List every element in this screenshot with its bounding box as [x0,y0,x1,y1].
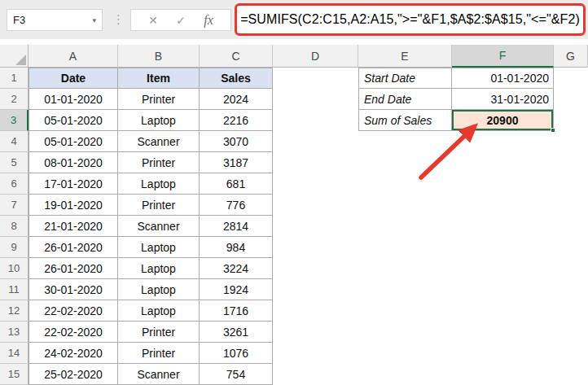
cell-A6[interactable]: 17-01-2020 [29,173,118,195]
cell-G6[interactable] [554,173,588,195]
cell-E3[interactable]: Sum of Sales [358,110,452,131]
row-header-6[interactable]: 6 [0,173,29,195]
cell-G3[interactable] [554,110,588,131]
row-header-1[interactable]: 1 [0,68,29,89]
row-header-5[interactable]: 5 [0,152,29,173]
cell-D3[interactable] [273,110,358,131]
cell-B15[interactable]: Scanner [118,364,200,385]
col-header-G[interactable]: G [554,45,588,68]
col-header-E[interactable]: E [358,45,452,68]
cell-A10[interactable]: 26-01-2020 [29,258,118,279]
select-all-button[interactable] [0,45,29,68]
cell-D6[interactable] [273,173,358,195]
cell-D15[interactable] [273,364,358,385]
cell-F11[interactable] [452,279,554,300]
cell-G2[interactable] [554,89,588,110]
cell-C5[interactable]: 3187 [200,152,273,173]
cell-D9[interactable] [273,237,358,258]
row-header-4[interactable]: 4 [0,131,29,152]
cancel-icon[interactable]: ✕ [148,14,158,27]
cell-C11[interactable]: 1924 [200,279,273,300]
cell-A4[interactable]: 05-01-2020 [29,131,118,152]
cell-B4[interactable]: Scanner [118,131,200,152]
name-box-value[interactable]: F3 [13,14,92,26]
row-header-9[interactable]: 9 [0,237,29,258]
cell-E2[interactable]: End Date [358,89,452,110]
cell-G4[interactable] [554,131,588,152]
cell-F10[interactable] [452,258,554,279]
cell-D10[interactable] [273,258,358,279]
cell-B3[interactable]: Laptop [118,110,200,131]
cell-E12[interactable] [358,300,452,322]
name-box-dropdown-icon[interactable]: ▾ [92,16,96,24]
row-header-12[interactable]: 12 [0,300,29,322]
cell-B2[interactable]: Printer [118,89,200,110]
col-header-F[interactable]: F [452,45,554,68]
cell-E7[interactable] [358,195,452,216]
cell-A9[interactable]: 26-01-2020 [29,237,118,258]
cell-E5[interactable] [358,152,452,173]
row-header-8[interactable]: 8 [0,216,29,237]
cell-B6[interactable]: Laptop [118,173,200,195]
cell-B14[interactable]: Printer [118,343,200,364]
cell-C15[interactable]: 754 [200,364,273,385]
cell-C1[interactable]: Sales [200,68,273,89]
row-header-15[interactable]: 15 [0,364,29,385]
cell-E6[interactable] [358,173,452,195]
cell-B10[interactable]: Laptop [118,258,200,279]
cell-F14[interactable] [452,343,554,364]
cell-F1[interactable]: 01-01-2020 [452,68,554,89]
cell-A15[interactable]: 25-02-2020 [29,364,118,385]
cell-G5[interactable] [554,152,588,173]
cell-G12[interactable] [554,300,588,322]
cell-D4[interactable] [273,131,358,152]
row-header-2[interactable]: 2 [0,89,29,110]
cell-F3[interactable]: 20900 [452,110,554,131]
fill-handle[interactable] [551,128,555,133]
cell-D1[interactable] [273,68,358,89]
cell-E10[interactable] [358,258,452,279]
cell-A13[interactable]: 22-02-2020 [29,322,118,343]
cell-D5[interactable] [273,152,358,173]
row-header-3[interactable]: 3 [0,110,29,131]
col-header-C[interactable]: C [200,45,273,68]
cell-C2[interactable]: 2024 [200,89,273,110]
cell-G1[interactable] [554,68,588,89]
cell-B8[interactable]: Scanner [118,216,200,237]
cell-D7[interactable] [273,195,358,216]
cell-G9[interactable] [554,237,588,258]
cell-D13[interactable] [273,322,358,343]
cell-A2[interactable]: 01-01-2020 [29,89,118,110]
cell-D14[interactable] [273,343,358,364]
cell-F6[interactable] [452,173,554,195]
formula-input[interactable]: =SUMIFS(C2:C15,A2:A15,">="&F1,$A$2:$A$15… [240,12,580,27]
cell-B5[interactable]: Printer [118,152,200,173]
enter-icon[interactable]: ✓ [176,14,186,27]
col-header-A[interactable]: A [29,45,118,68]
cell-A8[interactable]: 21-01-2020 [29,216,118,237]
cell-G13[interactable] [554,322,588,343]
insert-function-icon[interactable]: fx [204,13,213,28]
cell-F7[interactable] [452,195,554,216]
cell-A14[interactable]: 24-02-2020 [29,343,118,364]
cell-F4[interactable] [452,131,554,152]
row-header-7[interactable]: 7 [0,195,29,216]
col-header-D[interactable]: D [273,45,358,68]
cell-C10[interactable]: 3224 [200,258,273,279]
cell-F5[interactable] [452,152,554,173]
cell-F8[interactable] [452,216,554,237]
cell-C8[interactable]: 2814 [200,216,273,237]
cell-D8[interactable] [273,216,358,237]
cell-F9[interactable] [452,237,554,258]
cell-C6[interactable]: 681 [200,173,273,195]
cell-G8[interactable] [554,216,588,237]
cell-D11[interactable] [273,279,358,300]
cell-B7[interactable]: Printer [118,195,200,216]
cell-E9[interactable] [358,237,452,258]
cell-C13[interactable]: 3261 [200,322,273,343]
cell-F13[interactable] [452,322,554,343]
cell-D12[interactable] [273,300,358,322]
cell-E15[interactable] [358,364,452,385]
cell-F2[interactable]: 31-01-2020 [452,89,554,110]
cell-E11[interactable] [358,279,452,300]
